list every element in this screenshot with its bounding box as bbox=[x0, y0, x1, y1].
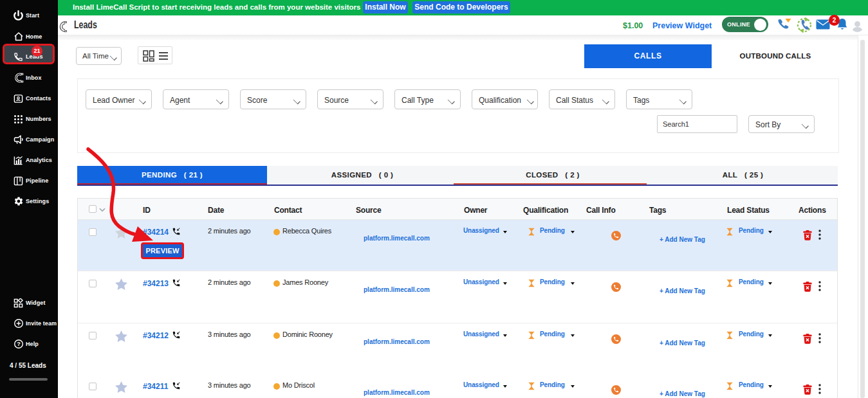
svg-text:?: ? bbox=[17, 341, 21, 347]
